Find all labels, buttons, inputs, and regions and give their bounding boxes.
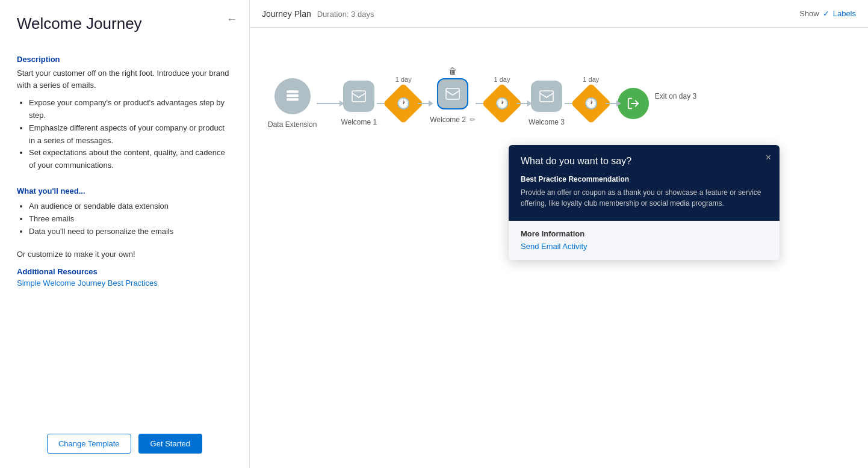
popover-body: More Information Send Email Activity	[509, 221, 780, 260]
delete-icon[interactable]: 🗑	[448, 66, 457, 76]
right-panel: Journey Plan Duration: 3 days Show ✓ Lab…	[250, 0, 868, 468]
bottom-buttons: Change Template Get Started	[0, 434, 249, 454]
journey-flow: Data Extension Welcome 1	[268, 64, 850, 129]
welcome2-email-icon	[437, 78, 468, 109]
connector-wait-2: 1 day 🕐	[476, 75, 529, 118]
conn-line-2b	[418, 103, 430, 104]
bullet-1: Expose your company's or product's advan…	[29, 97, 232, 122]
description-intro: Start your customer off on the right foo…	[17, 67, 232, 91]
need-bullet-2: Three emails	[29, 213, 232, 226]
node-data-extension[interactable]: Data Extension	[268, 64, 317, 129]
canvas-area: Data Extension Welcome 1	[250, 28, 868, 468]
svg-rect-4	[446, 88, 459, 99]
change-template-button[interactable]: Change Template	[47, 434, 131, 454]
wait3-day-label: 1 day	[583, 76, 599, 83]
edit-icon[interactable]: ✏	[470, 115, 476, 124]
node-exit[interactable]: Exit on day 3	[618, 73, 696, 119]
connector-wait-1: 1 day 🕐	[377, 75, 430, 118]
wait2-clock-icon: 🕐	[495, 97, 509, 110]
exit-label: Exit on day 3	[655, 92, 696, 100]
data-extension-icon	[274, 78, 311, 114]
popover: × What do you want to say? Best Practice…	[509, 145, 780, 260]
wait1-day-label: 1 day	[395, 76, 412, 83]
svg-rect-2	[287, 98, 299, 100]
resources-link[interactable]: Simple Welcome Journey Best Practices	[17, 279, 232, 288]
left-panel: ← Welcome Journey Description Start your…	[0, 0, 250, 468]
popover-recommendation-text: Provide an offer or coupon as a thank yo…	[521, 187, 767, 209]
svg-rect-0	[287, 90, 299, 93]
description-label: Description	[17, 55, 232, 64]
popover-recommendation-label: Best Practice Recommendation	[521, 175, 767, 183]
journey-header: Journey Plan Duration: 3 days Show ✓ Lab…	[250, 0, 868, 28]
popover-title: What do you want to say?	[521, 156, 767, 167]
svg-rect-3	[352, 91, 365, 102]
popover-header: × What do you want to say? Best Practice…	[509, 145, 780, 221]
node-welcome2-label: Welcome 2	[430, 115, 466, 124]
node-welcome3[interactable]: Welcome 3	[529, 66, 565, 126]
get-started-button[interactable]: Get Started	[138, 434, 202, 454]
show-labels[interactable]: Show ✓ Labels	[799, 9, 856, 18]
welcome3-email-icon	[531, 81, 562, 112]
exit-icon	[618, 88, 649, 119]
labels-text: Labels	[833, 9, 856, 18]
journey-plan-title: Journey Plan	[262, 9, 311, 19]
popover-close-button[interactable]: ×	[766, 152, 771, 163]
customize-text: Or customize to make it your own!	[17, 250, 232, 259]
journey-duration: Duration: 3 days	[317, 10, 374, 19]
svg-rect-1	[287, 94, 299, 97]
connector-1	[317, 88, 341, 104]
welcome1-email-icon	[343, 81, 374, 112]
node-welcome2[interactable]: 🗑 Welcome 2 ✏	[430, 69, 476, 124]
bullet-3: Set expectations about the content, qual…	[29, 147, 232, 172]
wait1-clock-icon: 🕐	[397, 97, 410, 110]
need-bullet-1: An audience or sendable data extension	[29, 200, 232, 213]
need-bullet-3: Data you'll need to personalize the emai…	[29, 226, 232, 238]
show-text: Show	[799, 9, 819, 18]
node-welcome1[interactable]: Welcome 1	[341, 66, 377, 126]
back-arrow[interactable]: ←	[226, 13, 237, 26]
conn-line-3b	[516, 103, 529, 104]
node-welcome1-label: Welcome 1	[341, 118, 377, 126]
connector-line-1	[317, 103, 341, 104]
labels-check-icon: ✓	[823, 9, 829, 18]
connector-wait-3: 1 day 🕐	[565, 75, 618, 118]
node-data-ext-label: Data Extension	[268, 120, 317, 129]
popover-link[interactable]: Send Email Activity	[521, 242, 587, 251]
wait3-clock-icon: 🕐	[584, 97, 598, 110]
node-welcome3-label: Welcome 3	[529, 118, 565, 126]
conn-line-4b	[606, 103, 618, 104]
what-youll-need-label: What you'll need...	[17, 186, 232, 196]
journey-title: Welcome Journey	[17, 14, 232, 33]
what-youll-need-bullets: An audience or sendable data extension T…	[17, 200, 232, 238]
svg-rect-5	[540, 91, 553, 102]
bullet-2: Emphasize different aspects of your comp…	[29, 122, 232, 147]
wait2-day-label: 1 day	[494, 76, 510, 83]
additional-resources-label: Additional Resources	[17, 267, 232, 276]
popover-more-info-label: More Information	[521, 229, 767, 238]
description-bullets: Expose your company's or product's advan…	[17, 97, 232, 172]
